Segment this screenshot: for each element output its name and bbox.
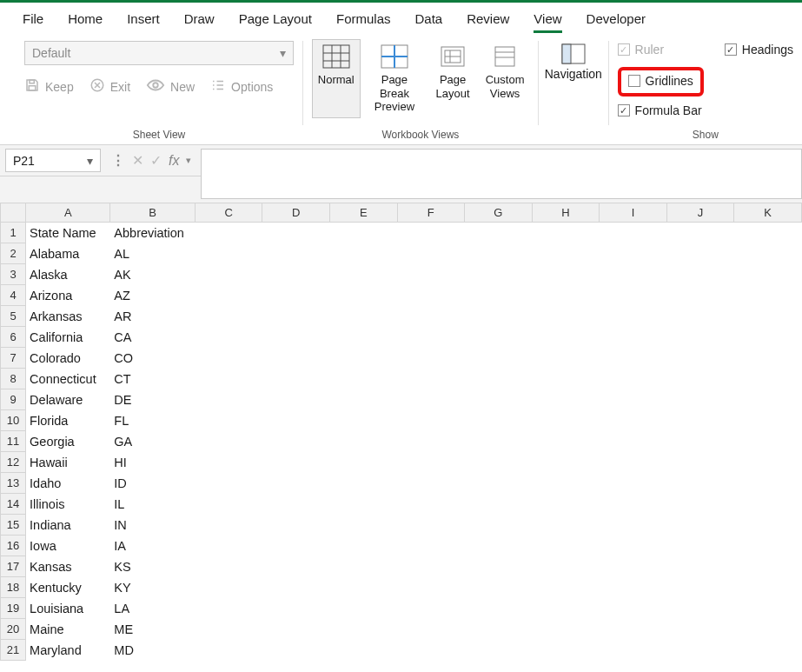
- chevron-down-icon[interactable]: ▾: [186, 155, 191, 166]
- cell[interactable]: [465, 389, 533, 410]
- cell[interactable]: [532, 389, 600, 410]
- cell[interactable]: [666, 327, 734, 348]
- tab-developer[interactable]: Developer: [574, 8, 658, 33]
- cell[interactable]: [397, 619, 465, 640]
- row-header[interactable]: 21: [1, 640, 26, 661]
- cell[interactable]: [600, 598, 667, 619]
- cell[interactable]: [532, 327, 600, 348]
- cell[interactable]: [330, 619, 398, 640]
- tab-file[interactable]: File: [10, 8, 56, 33]
- cell[interactable]: Iowa: [26, 536, 110, 556]
- cell[interactable]: Kentucky: [26, 577, 110, 598]
- cell[interactable]: HI: [110, 452, 195, 473]
- cell[interactable]: [600, 452, 667, 473]
- cell[interactable]: Hawaii: [26, 452, 110, 473]
- cell[interactable]: KS: [110, 556, 195, 577]
- cell[interactable]: [734, 369, 802, 389]
- cell[interactable]: [262, 640, 330, 661]
- cell[interactable]: [465, 410, 533, 431]
- cell[interactable]: [734, 515, 802, 536]
- cell[interactable]: [330, 223, 398, 243]
- cell[interactable]: [734, 452, 802, 473]
- cell[interactable]: [600, 389, 667, 410]
- cell[interactable]: [666, 431, 734, 452]
- cell[interactable]: [532, 285, 600, 306]
- cell[interactable]: [330, 473, 398, 494]
- cell[interactable]: [600, 243, 667, 264]
- cell[interactable]: [262, 619, 330, 640]
- custom-views-button[interactable]: Custom Views: [481, 39, 529, 118]
- cell[interactable]: [262, 285, 330, 306]
- row-header[interactable]: 9: [1, 389, 26, 410]
- cell[interactable]: [195, 473, 262, 494]
- cell[interactable]: [330, 598, 398, 619]
- cell[interactable]: Maryland: [26, 640, 110, 661]
- cell[interactable]: [532, 494, 600, 515]
- select-all-corner[interactable]: [1, 203, 26, 223]
- cell[interactable]: [262, 536, 330, 556]
- cell[interactable]: AR: [110, 306, 195, 327]
- navigation-button[interactable]: Navigation: [547, 36, 600, 81]
- cell[interactable]: Arizona: [26, 285, 110, 306]
- cell[interactable]: [600, 640, 667, 661]
- row-header[interactable]: 15: [1, 515, 26, 536]
- cell[interactable]: [734, 243, 802, 264]
- cell[interactable]: [330, 577, 398, 598]
- cell[interactable]: [734, 598, 802, 619]
- tab-home[interactable]: Home: [56, 8, 115, 33]
- cell[interactable]: [600, 410, 667, 431]
- cell[interactable]: [262, 369, 330, 389]
- cell[interactable]: [262, 306, 330, 327]
- spreadsheet[interactable]: ABCDEFGHIJK 1State NameAbbreviation2Alab…: [0, 203, 802, 661]
- cell[interactable]: [600, 431, 667, 452]
- tab-data[interactable]: Data: [402, 8, 454, 33]
- cell[interactable]: Idaho: [26, 473, 110, 494]
- cell[interactable]: [195, 452, 262, 473]
- cell[interactable]: [600, 536, 667, 556]
- cell[interactable]: [330, 640, 398, 661]
- cell[interactable]: [195, 577, 262, 598]
- cell[interactable]: [262, 410, 330, 431]
- cell[interactable]: [262, 452, 330, 473]
- cell[interactable]: [532, 410, 600, 431]
- cell[interactable]: [532, 452, 600, 473]
- cell[interactable]: [532, 473, 600, 494]
- normal-view-button[interactable]: Normal: [312, 39, 361, 118]
- cell[interactable]: Kansas: [26, 556, 110, 577]
- cell[interactable]: [532, 431, 600, 452]
- cell[interactable]: [600, 619, 667, 640]
- cell[interactable]: [465, 536, 533, 556]
- cell[interactable]: [532, 577, 600, 598]
- cell[interactable]: [262, 473, 330, 494]
- row-header[interactable]: 10: [1, 410, 26, 431]
- row-header[interactable]: 19: [1, 598, 26, 619]
- cell[interactable]: [666, 348, 734, 369]
- row-header[interactable]: 11: [1, 431, 26, 452]
- sheet-view-dropdown[interactable]: Default ▾: [24, 41, 294, 65]
- cell[interactable]: Colorado: [26, 348, 110, 369]
- cell[interactable]: AK: [110, 264, 195, 285]
- cell[interactable]: [465, 619, 533, 640]
- cell[interactable]: [600, 223, 667, 243]
- cell[interactable]: Alabama: [26, 243, 110, 264]
- cell[interactable]: [532, 598, 600, 619]
- cell[interactable]: [734, 223, 802, 243]
- cell[interactable]: [465, 577, 533, 598]
- cell[interactable]: [734, 348, 802, 369]
- cell[interactable]: [600, 577, 667, 598]
- cell[interactable]: [262, 348, 330, 369]
- cell[interactable]: [397, 243, 465, 264]
- formula-bar-checkbox[interactable]: Formula Bar: [618, 103, 704, 117]
- cell[interactable]: [195, 640, 262, 661]
- row-header[interactable]: 1: [1, 223, 26, 243]
- row-header[interactable]: 4: [1, 285, 26, 306]
- cell[interactable]: [195, 598, 262, 619]
- cell[interactable]: [262, 243, 330, 264]
- cell[interactable]: [397, 431, 465, 452]
- cell[interactable]: [195, 369, 262, 389]
- cell[interactable]: [666, 452, 734, 473]
- cell[interactable]: [465, 223, 533, 243]
- cell[interactable]: [734, 306, 802, 327]
- cell[interactable]: [600, 515, 667, 536]
- cell[interactable]: [465, 598, 533, 619]
